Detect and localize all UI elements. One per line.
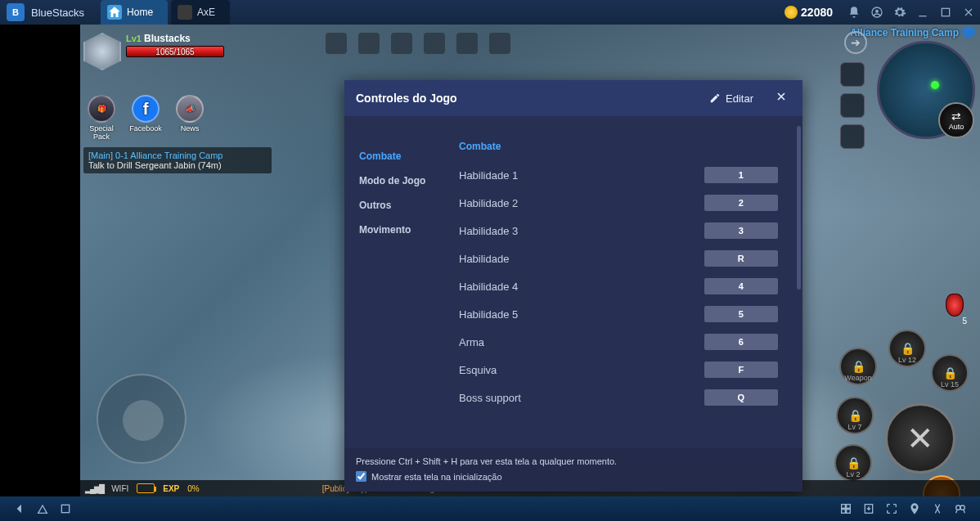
hp-bar: 1065/1065	[126, 46, 224, 57]
notifications-icon[interactable]	[843, 1, 865, 24]
binding-row: Habilidade R	[459, 250, 778, 267]
game-menu-icon[interactable]	[391, 33, 412, 54]
game-menu-icon[interactable]	[456, 33, 478, 54]
binding-row: Habilidade 5 5	[459, 306, 778, 322]
checkbox-input[interactable]	[356, 471, 366, 482]
special-pack-button[interactable]: 🎁Special Pack	[83, 95, 119, 141]
lock-icon: 🔒	[847, 456, 861, 469]
game-menu-icon[interactable]	[326, 33, 347, 54]
lock-icon: 🔒	[852, 360, 865, 373]
lock-icon: 🔒	[943, 366, 957, 380]
bluestacks-logo-icon: B	[7, 3, 25, 21]
home-nav-icon[interactable]	[31, 497, 54, 520]
binding-row: Boss support Q	[459, 389, 778, 406]
game-menu-icon[interactable]	[489, 33, 510, 54]
account-icon[interactable]	[865, 1, 888, 24]
quest-tracker[interactable]: [Main] 0-1 Alliance Training Camp Talk t…	[83, 147, 272, 173]
maximize-icon[interactable]	[934, 1, 957, 24]
binding-row: Habilidade 1 1	[459, 167, 778, 183]
binding-row: Habilidade 2 2	[459, 195, 778, 211]
game-menu-icon[interactable]	[358, 33, 380, 54]
facebook-button[interactable]: fFacebook	[128, 95, 164, 141]
virtual-joystick[interactable]	[97, 374, 187, 464]
binding-row: Arma 6	[459, 334, 778, 350]
potion-button[interactable]: 5	[942, 294, 967, 326]
shield-icon	[962, 26, 975, 39]
close-dialog-button[interactable]	[771, 90, 791, 107]
close-icon	[775, 90, 788, 103]
skill-slot-lv12[interactable]: 🔒Lv 12	[888, 330, 926, 367]
location-label: Alliance Training Camp	[850, 26, 975, 39]
recents-icon[interactable]	[54, 497, 77, 520]
edit-button[interactable]: Editar	[703, 89, 760, 108]
auto-label: Auto	[949, 123, 964, 131]
location-icon[interactable]	[903, 497, 926, 520]
show-on-startup-checkbox[interactable]: Mostrar esta tela na inicialização	[356, 471, 791, 482]
category-list: Combate Modo de Jogo Outros Movimento	[344, 116, 443, 448]
binding-label: Esquiva	[459, 364, 497, 376]
install-apk-icon[interactable]	[857, 497, 880, 520]
facebook-label: Facebook	[129, 124, 162, 132]
facebook-icon: f	[132, 95, 160, 123]
auto-button[interactable]: ⇄ Auto	[938, 102, 974, 138]
key-binding[interactable]: 1	[704, 167, 778, 183]
skill-slot-lv7[interactable]: 🔒Lv 7	[836, 397, 874, 434]
key-binding[interactable]: Q	[704, 389, 778, 406]
home-icon	[107, 5, 122, 20]
fullscreen-icon[interactable]	[880, 497, 903, 520]
tab-game[interactable]: AxE	[171, 0, 230, 25]
binding-label: Habilidade 4	[459, 281, 518, 293]
key-binding[interactable]: 2	[704, 195, 778, 211]
binding-label: Habilidade 3	[459, 225, 518, 237]
expand-arrow-icon[interactable]: ➔	[844, 31, 867, 54]
news-button[interactable]: 📣News	[172, 95, 208, 141]
minimize-icon[interactable]	[911, 1, 934, 24]
skill-slot-lv2[interactable]: 🔒Lv 2	[834, 444, 872, 482]
dialog-header: Controles do Jogo Editar	[344, 80, 802, 116]
settings-icon[interactable]	[888, 1, 911, 24]
side-icon[interactable]	[840, 93, 865, 118]
multi-instance-icon[interactable]	[834, 497, 857, 520]
back-icon[interactable]	[8, 497, 31, 520]
special-pack-label: Special Pack	[89, 124, 114, 141]
category-others[interactable]: Outros	[344, 193, 443, 218]
category-gamemode[interactable]: Modo de Jogo	[344, 168, 443, 193]
game-app-icon	[178, 5, 192, 20]
hud-shortcut-buttons: 🎁Special Pack fFacebook 📣News	[83, 95, 208, 141]
scrollbar[interactable]	[797, 126, 801, 290]
svg-rect-7	[842, 510, 846, 514]
key-binding[interactable]: 6	[704, 334, 778, 350]
bindings-panel: Combate Habilidade 1 1Habilidade 2 2Habi…	[443, 116, 802, 448]
binding-label: Boss support	[459, 392, 521, 404]
quest-objective: Talk to Drill Sergeant Jabin (74m)	[88, 160, 267, 170]
key-binding[interactable]: 3	[704, 222, 778, 239]
top-right-hud: ➔ Alliance Training Camp ⇄ Auto	[850, 26, 975, 139]
binding-label: Arma	[459, 336, 484, 348]
tab-home[interactable]: Home	[101, 0, 168, 25]
category-movement[interactable]: Movimento	[344, 218, 443, 242]
weapon-skill-button[interactable]: 🔒Weapon	[839, 348, 877, 385]
attack-button[interactable]	[885, 403, 955, 474]
side-icon[interactable]	[840, 124, 865, 149]
app-name: BlueStacks	[31, 7, 84, 19]
game-menu-icon[interactable]	[424, 33, 445, 54]
tab-home-label: Home	[127, 7, 153, 18]
key-binding[interactable]: 5	[704, 306, 778, 322]
key-binding[interactable]: R	[704, 250, 778, 267]
category-combat[interactable]: Combate	[344, 144, 443, 168]
dialog-title: Controles do Jogo	[356, 92, 703, 105]
viewport: Lv1 Blustacks 1065/1065 🎁Special Pack fF…	[0, 25, 980, 496]
megaphone-icon: 📣	[176, 95, 204, 123]
skill-slot-lv15[interactable]: 🔒Lv 15	[931, 354, 969, 392]
screenshot-icon[interactable]	[949, 497, 972, 520]
game-canvas[interactable]: Lv1 Blustacks 1065/1065 🎁Special Pack fF…	[80, 25, 980, 496]
hp-text: 1065/1065	[127, 47, 223, 56]
player-portrait-icon[interactable]	[83, 33, 121, 70]
signal-icon: ▂▄▆█	[85, 484, 103, 493]
shake-icon[interactable]	[926, 497, 949, 520]
key-binding[interactable]: 4	[704, 278, 778, 294]
key-binding[interactable]: F	[704, 362, 778, 378]
close-window-icon[interactable]	[957, 1, 980, 24]
side-icon[interactable]	[840, 62, 865, 87]
minimap[interactable]: ⇄ Auto	[877, 41, 975, 139]
